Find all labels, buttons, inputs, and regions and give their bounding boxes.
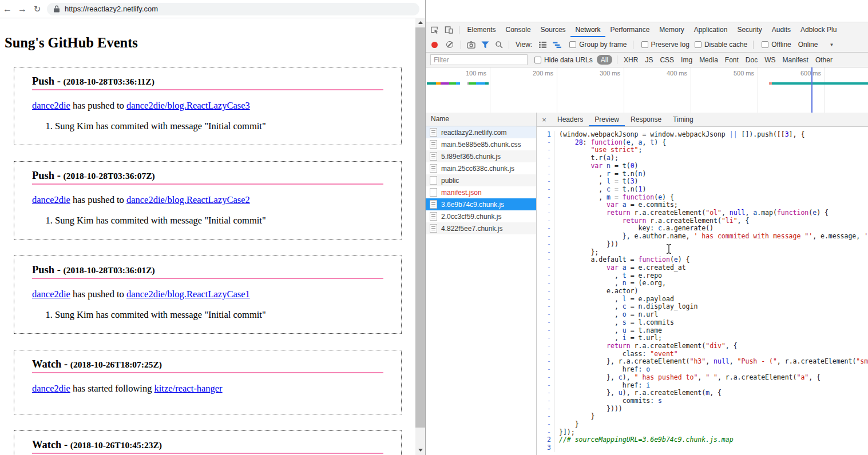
gutter-line-number: - [537, 334, 554, 342]
table-row[interactable]: public [426, 174, 536, 186]
page-scrollbar[interactable] [415, 18, 425, 455]
tab-elements[interactable]: Elements [462, 22, 501, 37]
record-button[interactable] [431, 42, 438, 48]
file-icon [430, 176, 437, 185]
scrollbar-down-button[interactable] [415, 445, 425, 455]
target-repo-link[interactable]: kitze/react-hanger [154, 383, 223, 394]
tab-memory[interactable]: Memory [655, 22, 689, 37]
gutter-line-number: - [537, 186, 554, 194]
request-list: Name reactlazy2.netlify.commain.5e885e85… [426, 113, 536, 455]
tab-application[interactable]: Application [689, 22, 732, 37]
gutter-line-number: - [537, 366, 554, 374]
type-filter-xhr[interactable]: XHR [624, 56, 638, 64]
table-row[interactable]: manifest.json [426, 186, 536, 198]
request-name: public [441, 177, 459, 185]
tab-console[interactable]: Console [501, 22, 536, 37]
target-repo-link[interactable]: dance2die/blog.ReactLazyCase2 [126, 194, 250, 205]
disable-cache-checkbox[interactable] [695, 41, 701, 48]
code-line: -}]); [537, 429, 868, 437]
throttling-dropdown[interactable]: Online [798, 41, 818, 49]
code-text: , m = function(e) { [554, 194, 674, 202]
tab-security[interactable]: Security [732, 22, 767, 37]
code-text: }, u), r.a.createElement(m, { [554, 389, 722, 397]
request-name: main.25cc638c.chunk.js [441, 165, 514, 173]
type-filter-doc[interactable]: Doc [746, 56, 758, 64]
inspect-element-icon[interactable] [430, 26, 439, 34]
chevron-down-icon[interactable]: ▼ [829, 42, 834, 47]
scrollbar-up-button[interactable] [415, 18, 425, 27]
back-button[interactable]: ← [0, 0, 15, 18]
event-date: (2018-10-26T10:45:23Z) [70, 440, 162, 450]
name-column-header[interactable]: Name [426, 113, 536, 126]
tab-performance[interactable]: Performance [605, 22, 655, 37]
screenshot-camera-icon[interactable] [467, 41, 475, 49]
detail-tab-headers[interactable]: Headers [552, 113, 589, 126]
table-row[interactable]: 2.0cc3cf59.chunk.js [426, 210, 536, 222]
actor-link[interactable]: dance2die [32, 289, 70, 300]
group-by-frame-checkbox[interactable] [569, 41, 576, 48]
detail-tab-timing[interactable]: Timing [667, 113, 699, 126]
events-list: Push - (2018-10-28T03:36:11Z)dance2die h… [0, 67, 415, 455]
preserve-log-checkbox[interactable] [641, 41, 648, 48]
tab-sources[interactable]: Sources [536, 22, 570, 37]
up-arrow-icon [418, 21, 423, 24]
target-repo-link[interactable]: dance2die/blog.ReactLazyCase1 [126, 289, 250, 300]
network-overview-timeline[interactable]: 100 ms200 ms300 ms400 ms500 ms600 ms [426, 67, 868, 113]
overview-request-bar [427, 82, 436, 85]
code-text: } [554, 421, 579, 429]
device-toolbar-icon[interactable] [445, 26, 453, 34]
clear-icon[interactable] [446, 41, 453, 48]
type-filter-media[interactable]: Media [699, 56, 718, 64]
table-row[interactable]: main.25cc638c.chunk.js [426, 162, 536, 174]
tab-audits[interactable]: Audits [767, 22, 795, 37]
type-filter-other[interactable]: Other [815, 56, 833, 64]
code-line: - , i = t.url; [537, 334, 868, 342]
code-text: href: o [554, 366, 650, 374]
tab-adblock-plu[interactable]: Adblock Plu [796, 22, 842, 37]
gutter-line-number: - [537, 429, 554, 437]
table-row[interactable]: reactlazy2.netlify.com [426, 126, 536, 138]
gutter-line-number: - [537, 233, 554, 241]
view-list-icon[interactable] [538, 41, 547, 49]
gutter-line-number: - [537, 194, 554, 202]
actor-link[interactable]: dance2die [32, 100, 70, 111]
code-text: commits: s [554, 397, 662, 405]
actor-link[interactable]: dance2die [32, 383, 70, 394]
code-text: }, c), " has pushed to", " ", r.a.create… [554, 374, 821, 382]
gutter-line-number: - [537, 272, 554, 280]
table-row[interactable]: main.5e885e85.chunk.css [426, 138, 536, 150]
detail-tab-response[interactable]: Response [625, 113, 667, 126]
search-icon[interactable] [495, 41, 503, 49]
type-filter-manifest[interactable]: Manifest [783, 56, 808, 64]
filter-input[interactable] [430, 54, 528, 65]
type-filter-css[interactable]: CSS [660, 56, 674, 64]
target-repo-link[interactable]: dance2die/blog.ReactLazyCase3 [126, 100, 250, 111]
code-text: }]); [554, 429, 575, 437]
type-filter-ws[interactable]: WS [764, 56, 775, 64]
url-text: https://reactlazy2.netlify.com [65, 5, 158, 13]
type-filter-img[interactable]: Img [681, 56, 692, 64]
waterfall-view-icon[interactable] [553, 41, 561, 49]
hide-data-urls-checkbox[interactable] [534, 57, 541, 63]
reload-button[interactable]: ↻ [30, 0, 45, 18]
tab-network[interactable]: Network [570, 22, 605, 37]
type-filter-all[interactable]: All [597, 55, 612, 65]
offline-checkbox[interactable] [762, 41, 768, 48]
detail-tab-preview[interactable]: Preview [589, 113, 625, 126]
type-filter-font[interactable]: Font [725, 56, 739, 64]
code-text: })) [554, 241, 619, 249]
table-row[interactable]: 5.f89ef365.chunk.js [426, 150, 536, 162]
request-name: reactlazy2.netlify.com [441, 129, 507, 137]
file-icon [430, 212, 437, 221]
filter-funnel-icon[interactable] [481, 41, 489, 49]
timeline-gridline [557, 67, 557, 113]
scrollbar-thumb[interactable] [415, 27, 425, 428]
table-row[interactable]: 4.822f5ee7.chunk.js [426, 222, 536, 234]
table-row[interactable]: 3.6e9b74c9.chunk.js [426, 198, 536, 210]
forward-button[interactable]: → [15, 0, 30, 18]
address-bar[interactable]: https://reactlazy2.netlify.com [47, 3, 419, 15]
domcontentloaded-marker [811, 67, 812, 113]
close-icon[interactable]: × [537, 115, 552, 124]
actor-link[interactable]: dance2die [32, 194, 70, 205]
type-filter-js[interactable]: JS [645, 56, 653, 64]
